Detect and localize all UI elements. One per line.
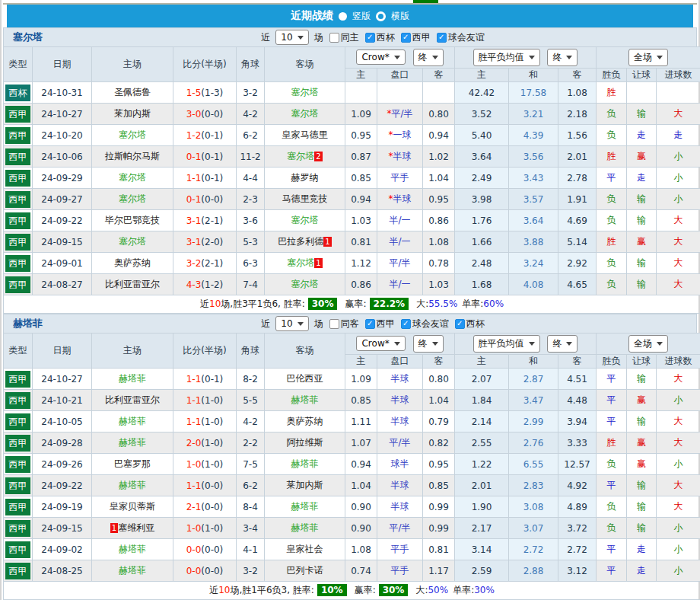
away-team-cell: 皇家社会 [265,539,345,560]
subcol-asia-away: 客 [423,355,455,369]
same-venue-label[interactable]: 同主 [341,31,359,44]
handicap-result-cell: 输 [627,274,657,295]
odds-time-dropdown[interactable]: 终 [413,49,444,66]
home-team-cell: 毕尔巴鄂竞技 [92,210,173,231]
corner-cell: 6-2 [237,475,265,496]
league-label[interactable]: 西甲 [377,318,395,330]
subcol-goals: 进球数 [657,355,700,369]
europe-draw-odds: 3.07 [509,518,558,539]
horizontal-layout-label[interactable]: 横版 [391,10,409,23]
same-venue-checkbox[interactable] [329,319,339,329]
recent-count-select[interactable]: 10 [275,316,308,331]
date-cell: 24-10-27 [33,104,92,125]
scope-dropdown[interactable]: 全场 [628,49,668,66]
asia-away-odds: 0.95 [423,189,455,210]
league-label[interactable]: 西杯 [466,318,485,330]
vertical-layout-radio[interactable] [339,12,347,21]
handicap-result-cell: 输 [627,496,657,518]
fulltime-score: 3-0 [186,109,202,120]
fulltime-score: 1-2 [186,130,202,141]
vertical-layout-label[interactable]: 竖版 [352,10,371,23]
europe-odds-group-header: 胜平负均值 终 [455,334,597,355]
odds-source-dropdown[interactable]: Crow* [356,49,405,65]
fulltime-score: 1-1 [186,173,202,184]
same-venue-label[interactable]: 同客 [341,318,359,330]
asia-home-odds: 0.85 [345,168,377,189]
away-team-cell: 赫塔菲 [265,454,345,475]
team-name-text: 比利亚雷亚尔 [105,279,160,289]
team-name-text: 塞尔塔 [119,236,146,247]
red-card-badge: 1 [110,523,118,533]
league-label[interactable]: 球会友谊 [412,318,449,330]
handicap-cell: 平手 [377,539,423,560]
asia-away-odds: 0.79 [423,411,455,432]
handicap-result-cell: 输 [627,189,657,210]
league-checkbox-cup[interactable] [455,319,465,329]
result-cell: 负 [597,104,627,125]
europe-away-odds: 1.08 [558,82,597,104]
home-team-cell: 赫塔菲 [92,539,173,560]
top-edge-strip [3,0,697,5]
fulltime-score: 2-0 [186,438,202,448]
scope-group-header: 全场 [597,334,700,355]
result-cell: 负 [597,518,627,539]
europe-away-odds: 12.57 [558,454,597,475]
team-name-text: 拉斯帕尔马斯 [105,151,160,161]
col-header-type: 类型 [4,334,33,369]
europe-draw-odds: 3.21 [509,104,558,125]
score-cell: 1-1(1-0) [173,390,237,411]
fulltime-score: 1-1 [186,395,202,406]
europe-avg-dropdown[interactable]: 胜平负均值 [473,335,540,353]
halftime-score: (0-0) [201,566,223,576]
league-checkbox-friendly[interactable] [401,319,411,329]
handicap-text: 半/一 [389,279,410,289]
score-cell: 1-0(1-0) [173,518,237,539]
recent-count-select[interactable]: 10 [275,30,308,45]
halftime-score: (0-0) [201,502,223,512]
score-cell: 0-0(0-0) [173,560,237,582]
match-row: 西甲24-09-15塞尔塔3-1(2-0)5-3巴拉多利德10.81半/一1.0… [4,231,700,253]
league-checkbox-cup[interactable] [365,33,375,43]
corner-cell: 4-2 [237,411,265,432]
result-cell: 负 [597,454,627,475]
europe-draw-odds: 3.43 [509,168,558,189]
score-cell: 3-2(2-1) [173,253,237,274]
league-checkbox-liga[interactable] [365,319,375,329]
section-header-celta: 塞尔塔 近 10 场 同主 西杯 西甲 球会友谊 [3,27,697,46]
chevron-down-icon [394,342,400,346]
horizontal-layout-radio[interactable] [376,11,386,21]
league-label[interactable]: 西杯 [377,31,395,44]
team-name-text: 巴塞罗那 [114,458,151,469]
europe-time-dropdown[interactable]: 终 [547,335,578,353]
match-row: 西甲24-08-25赫塔菲0-0(0-0)3-2巴列卡诺0.74平手1.172.… [4,560,700,582]
europe-draw-odds: 2.72 [509,539,558,560]
handicap-text: 半球 [391,480,409,490]
date-cell: 24-09-22 [33,210,92,231]
europe-time-dropdown[interactable]: 终 [547,49,578,66]
same-venue-checkbox[interactable] [329,33,339,43]
asia-home-odds: 1.03 [345,210,377,231]
handicap-result-cell: 输 [627,104,657,125]
team-name-text: 赫塔菲 [291,501,319,512]
result-cell: 平 [597,369,627,390]
europe-home-odds: 2.55 [455,432,509,454]
handicap-text: 平手 [391,172,409,183]
europe-avg-dropdown[interactable]: 胜平负均值 [473,49,540,66]
asia-home-odds: 0.95 [345,125,377,146]
halftime-score: (0-1) [201,130,223,141]
league-checkbox-liga[interactable] [401,33,411,43]
odds-time-dropdown[interactable]: 终 [413,335,444,353]
date-cell: 24-09-15 [33,518,92,539]
score-cell: 1-1(1-0) [173,411,237,432]
odds-source-dropdown[interactable]: Crow* [356,336,405,351]
col-header-type: 类型 [4,47,33,82]
score-cell: 0-0(0-0) [173,539,237,560]
europe-home-odds: 1.90 [455,496,509,518]
team-name-text: 塞尔塔 [119,129,146,140]
team-name-text: 赫塔菲 [291,458,319,469]
league-checkbox-friendly[interactable] [437,33,447,43]
scope-dropdown[interactable]: 全场 [628,335,668,353]
corner-cell: 6-2 [237,125,265,146]
league-label[interactable]: 球会友谊 [448,31,485,44]
league-label[interactable]: 西甲 [412,31,431,44]
